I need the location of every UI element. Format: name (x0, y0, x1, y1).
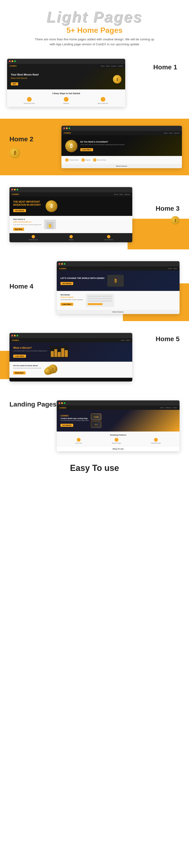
home4-form (86, 294, 114, 307)
page-header: Light Pages 5+ Home Pages There are more… (0, 0, 189, 56)
h3-step3-icon (107, 235, 110, 238)
home1-hero: Your Best Moves Now! Easy And Secure BUY… (7, 68, 125, 89)
feat3-label: Unlimited Features (151, 442, 161, 444)
home5-nav-links: Home About (121, 340, 130, 341)
easy-to-use-section: Easy To use (0, 458, 189, 478)
header-description: There are more than five home pages adde… (33, 37, 156, 47)
h3-step3-label: Buy or Sell Coin (104, 239, 113, 240)
home4-browser-bar (57, 261, 180, 267)
home2-logo: COINEX (64, 132, 71, 134)
landing-mockup[interactable]: COINEX Home Features Contact COINEX Coin… (57, 400, 180, 451)
home3-nav: COINEX Home About Services (9, 192, 132, 196)
home3-wallet-btn[interactable]: Buy Now (13, 228, 24, 231)
landing-cards: COIN EX (91, 413, 101, 428)
home4-label: Home 4 (9, 283, 57, 290)
nav-link: About (173, 268, 177, 269)
landing-logo: COINEX (59, 407, 66, 409)
home3-coin-icon: ₿ (171, 216, 180, 225)
step2-label: Payment (51, 103, 81, 104)
home1-site: COINEX Home About Services Contact Your … (7, 64, 125, 107)
landing-left: Landing Pages (9, 400, 57, 408)
nav-link: Home (168, 268, 172, 269)
nav-link: Contact (118, 65, 123, 67)
num3-label: Buy or Sell Coin (97, 159, 106, 161)
home4-pay-btn[interactable]: Learn More (60, 303, 73, 306)
home4-mockup[interactable]: COINEX Home About LET'S CHANGE THE WORLD… (57, 261, 180, 314)
home5-hero: What is Bitcoin? Lorem ipsum dolor sit a… (9, 342, 132, 362)
home5-black-bar (9, 378, 132, 381)
step1-label: Fill Up Your Form (14, 103, 45, 104)
home1-buy-btn[interactable]: BUY (11, 82, 18, 85)
home5-cta-btn[interactable]: Learn More (13, 354, 26, 358)
home4-hero: LET'S CHANGE THE WORLD WITH ODINEX Get S… (57, 271, 180, 291)
home4-nav: COINEX Home About (57, 267, 180, 271)
close-dot (63, 127, 65, 129)
num1-label: Fill Up Your Form (70, 159, 79, 161)
home2-mockup[interactable]: COINEX Home About Services ₿ Do You Need… (61, 126, 182, 168)
home4-hero-text: LET'S CHANGE THE WORLD WITH ODINEX Get S… (60, 277, 104, 285)
step-3: Buy or Sell Coin (87, 97, 118, 104)
max-dot (17, 189, 18, 190)
home3-wallet: One Touch & wallet and Buy Bitcoin! Lore… (9, 216, 132, 233)
home2-right: COINEX Home About Services ₿ Do You Need… (61, 126, 182, 168)
chart-bar-1 (51, 351, 54, 357)
page-subtitle: 5+ Home Pages (5, 26, 184, 35)
h3-step2-icon (70, 235, 73, 238)
max-dot (64, 402, 65, 404)
home2-nums-row: 01 Fill Up Your Form 02 Payment 03 Buy o… (65, 158, 178, 162)
landing-features: Amazing Features Easy To use Awesome Des… (57, 432, 180, 446)
home3-coin-tree: ₿ (43, 200, 57, 212)
landing-features-title: Amazing Features (60, 434, 176, 436)
home1-mockup[interactable]: COINEX Home About Services Contact Your … (7, 59, 125, 107)
nav-link: Contact (172, 407, 177, 408)
home3-mockup[interactable]: COINEX Home About Services THE MOST IMPO… (9, 187, 132, 243)
home2-hero-title: Do You Need a Consultant? (80, 141, 125, 143)
landing-cta-btn[interactable]: Get Started (60, 424, 73, 427)
home3-inner: COINEX Home About Services THE MOST IMPO… (0, 180, 189, 250)
step2-icon (64, 97, 69, 102)
num2-label: Payment (86, 159, 90, 161)
home5-right: Home 5 (132, 333, 180, 343)
home4-right: COINEX Home About LET'S CHANGE THE WORLD… (57, 261, 180, 314)
landing-easy-label: Easy To use (60, 448, 176, 450)
home5-section: COINEX Home About What is Bitcoin? Lorem… (0, 326, 189, 389)
home1-section: Home 1 COINEX Home About Services Contac… (0, 56, 189, 114)
home1-label: Home 1 (153, 63, 177, 71)
form-row-3 (88, 300, 112, 302)
close-dot (59, 263, 60, 265)
home4-hero-title: LET'S CHANGE THE WORLD WITH ODINEX (60, 277, 104, 280)
home3-wallet-desc: Lorem ipsum dolor sit amet consectetur a… (13, 224, 41, 225)
home5-mockup[interactable]: COINEX Home About What is Bitcoin? Lorem… (9, 333, 132, 381)
home2-cta-btn[interactable]: Learn More (80, 148, 93, 151)
nav-link: Services (125, 194, 130, 195)
min-dot (14, 189, 16, 190)
nav-link: Home (101, 65, 105, 67)
easy-to-use-text: Easy To use (9, 463, 180, 473)
close-dot (9, 60, 10, 62)
landing-site: COINEX Home Features Contact COINEX Coin… (57, 406, 180, 451)
home3-wallet-title: One Touch & (13, 218, 41, 220)
max-dot (14, 60, 16, 62)
home2-section: Home 2 ₿ COINEX Home About Service (0, 119, 189, 175)
home3-hand-icon: ✋ (44, 220, 56, 229)
home5-know-btn[interactable]: Read More (13, 371, 26, 374)
page-title: Light Pages (5, 9, 184, 25)
min-dot (61, 402, 63, 404)
close-dot (11, 189, 13, 190)
step3-icon (101, 97, 105, 102)
min-dot (14, 335, 16, 336)
h3-step-3: Buy or Sell Coin (104, 235, 113, 240)
land-feat-1: Easy To use (75, 438, 82, 444)
nav-link: Home (114, 194, 118, 195)
home3-left: COINEX Home About Services THE MOST IMPO… (9, 187, 132, 243)
home1-nav-links: Home About Services Contact (101, 65, 123, 67)
home2-inner: Home 2 ₿ COINEX Home About Service (0, 119, 189, 175)
home3-label: Home 3 (137, 205, 180, 212)
home3-cta-btn[interactable]: Get Started (13, 209, 26, 212)
home4-logo: COINEX (59, 268, 66, 270)
home2-hero: ₿ Do You Need a Consultant? Lorem ipsum … (61, 135, 182, 156)
home4-cta-btn[interactable]: Get Started (60, 282, 73, 285)
home5-know-desc: Lorem ipsum dolor sit amet consectetur a… (13, 367, 41, 369)
home1-coin-icon: ₿ (113, 75, 122, 84)
home5-chart (50, 346, 69, 358)
